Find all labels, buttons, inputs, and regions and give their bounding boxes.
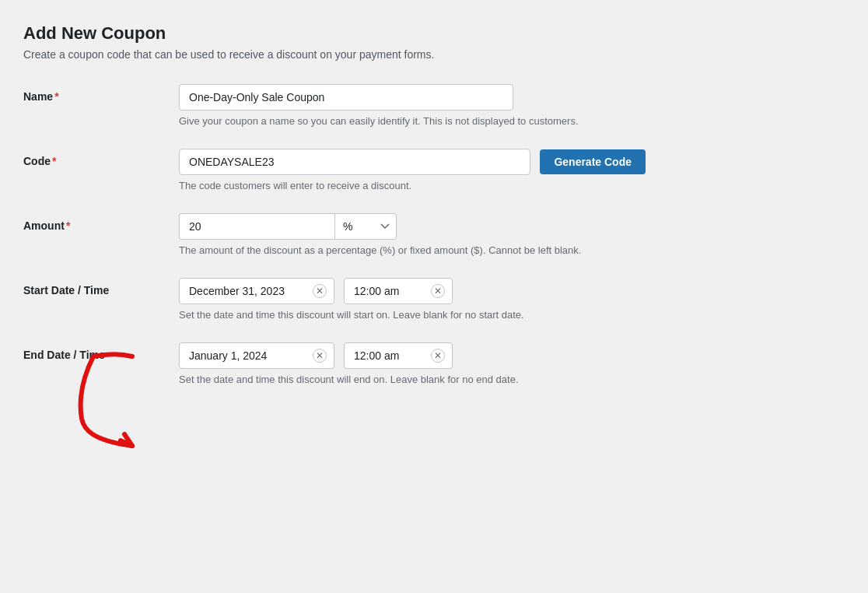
end-date-input[interactable] [179, 342, 334, 369]
start-date-wrapper: ✕ [179, 278, 334, 304]
name-input[interactable] [179, 84, 513, 111]
code-input[interactable] [179, 149, 530, 175]
name-label: Name* [23, 84, 179, 103]
start-time-clear-button[interactable]: ✕ [431, 284, 445, 298]
start-date-field-row: Start Date / Time ✕ ✕ Set the date and t… [23, 278, 845, 321]
code-input-row: Generate Code [179, 149, 646, 175]
end-datetime-row: ✕ ✕ [179, 342, 723, 369]
amount-label: Amount* [23, 213, 179, 232]
amount-type-select[interactable]: % $ [334, 213, 397, 240]
amount-field-container: % $ The amount of the discount as a perc… [179, 213, 845, 256]
page-title: Add New Coupon [23, 23, 845, 44]
page-subtitle: Create a coupon code that can be used to… [23, 48, 845, 61]
code-field-row: Code* Generate Code The code customers w… [23, 149, 845, 191]
start-date-field-container: ✕ ✕ Set the date and time this discount … [179, 278, 845, 321]
start-datetime-row: ✕ ✕ [179, 278, 723, 304]
code-required: * [52, 155, 56, 167]
amount-description: The amount of the discount as a percenta… [179, 244, 723, 256]
name-description: Give your coupon a name so you can easil… [179, 115, 723, 127]
start-date-label: Start Date / Time [23, 278, 179, 296]
end-time-wrapper: ✕ [344, 342, 453, 369]
code-description: The code customers will enter to receive… [179, 180, 723, 191]
generate-code-button[interactable]: Generate Code [540, 149, 646, 174]
end-date-wrapper: ✕ [179, 342, 334, 369]
start-date-input[interactable] [179, 278, 334, 304]
amount-input-row: % $ [179, 213, 490, 240]
amount-input[interactable] [179, 213, 334, 240]
name-field-container: Give your coupon a name so you can easil… [179, 84, 845, 127]
amount-field-row: Amount* % $ The amount of the discount a… [23, 213, 845, 256]
end-time-clear-button[interactable]: ✕ [431, 349, 445, 363]
end-date-description: Set the date and time this discount will… [179, 374, 723, 385]
start-date-clear-button[interactable]: ✕ [313, 284, 327, 298]
end-date-clear-button[interactable]: ✕ [313, 349, 327, 363]
end-date-field-container: ✕ ✕ Set the date and time this discount … [179, 342, 845, 385]
name-required: * [54, 90, 58, 103]
name-field-row: Name* Give your coupon a name so you can… [23, 84, 845, 127]
start-date-description: Set the date and time this discount will… [179, 309, 723, 321]
end-date-field-row: End Date / Time ✕ ✕ Set the date and tim… [23, 342, 845, 385]
code-label: Code* [23, 149, 179, 167]
start-time-wrapper: ✕ [344, 278, 453, 304]
amount-required: * [66, 219, 70, 232]
code-field-container: Generate Code The code customers will en… [179, 149, 845, 191]
end-date-label: End Date / Time [23, 342, 179, 361]
